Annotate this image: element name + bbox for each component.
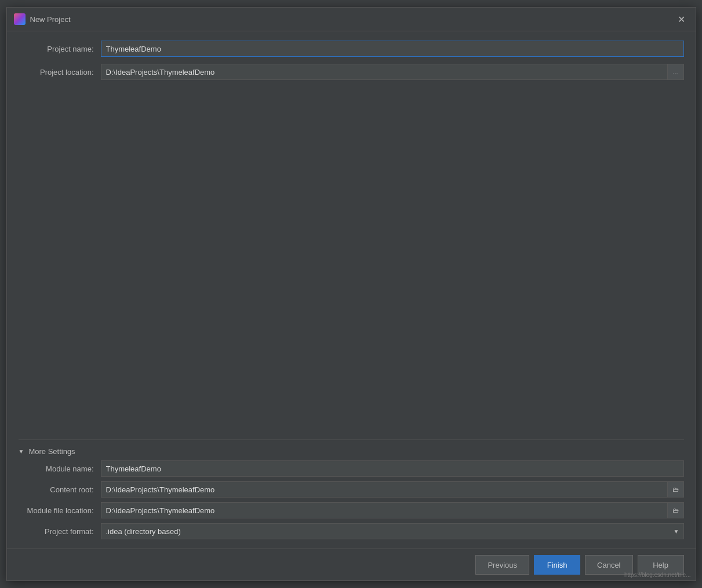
finish-button[interactable]: Finish bbox=[534, 555, 580, 575]
dialog-footer: Previous Finish Cancel Help bbox=[7, 549, 696, 580]
dialog-content: Project name: Project location: ... ▼ Mo… bbox=[7, 31, 696, 549]
more-settings-title: More Settings bbox=[28, 447, 75, 456]
module-file-location-browse-button[interactable]: 🗁 bbox=[668, 502, 684, 518]
project-format-row: Project format: .idea (directory based) … bbox=[19, 523, 684, 539]
content-root-field-group: 🗁 bbox=[101, 481, 684, 498]
app-icon bbox=[14, 13, 26, 25]
project-name-row: Project name: bbox=[19, 41, 684, 57]
project-name-label: Project name: bbox=[19, 45, 94, 53]
module-file-location-field-group: 🗁 bbox=[101, 502, 684, 518]
project-location-label: Project location: bbox=[19, 68, 94, 77]
project-location-field-group: ... bbox=[101, 64, 684, 80]
new-project-dialog: New Project ✕ Project name: Project loca… bbox=[6, 7, 696, 581]
content-root-browse-button[interactable]: 🗁 bbox=[668, 481, 684, 498]
project-format-select[interactable]: .idea (directory based) .ipr (file based… bbox=[101, 523, 684, 539]
module-name-input[interactable] bbox=[101, 460, 684, 477]
more-settings-header[interactable]: ▼ More Settings bbox=[19, 445, 684, 460]
module-file-location-row: Module file location: 🗁 bbox=[19, 502, 684, 518]
content-spacer bbox=[19, 87, 684, 433]
project-location-input[interactable] bbox=[101, 64, 668, 80]
module-file-location-input[interactable] bbox=[101, 502, 668, 518]
module-file-location-label: Module file location: bbox=[19, 506, 94, 515]
module-name-row: Module name: bbox=[19, 460, 684, 477]
project-name-input[interactable] bbox=[101, 41, 684, 57]
previous-button[interactable]: Previous bbox=[475, 555, 529, 575]
collapse-arrow-icon: ▼ bbox=[19, 448, 24, 455]
content-root-row: Content root: 🗁 bbox=[19, 481, 684, 498]
project-format-select-wrapper: .idea (directory based) .ipr (file based… bbox=[101, 523, 684, 539]
project-format-label: Project format: bbox=[19, 527, 94, 536]
project-location-browse-button[interactable]: ... bbox=[668, 64, 684, 80]
dialog-title: New Project bbox=[30, 15, 670, 24]
watermark: https://blog.csdn.net/trie... bbox=[624, 572, 691, 578]
project-location-row: Project location: ... bbox=[19, 64, 684, 80]
module-name-label: Module name: bbox=[19, 464, 94, 473]
dialog-overlay: New Project ✕ Project name: Project loca… bbox=[0, 0, 702, 588]
close-button[interactable]: ✕ bbox=[675, 12, 689, 26]
more-settings-section: ▼ More Settings Module name: Content roo… bbox=[19, 440, 684, 539]
content-root-label: Content root: bbox=[19, 485, 94, 494]
content-root-input[interactable] bbox=[101, 481, 668, 498]
title-bar: New Project ✕ bbox=[7, 8, 696, 31]
more-settings-content: Module name: Content root: 🗁 Module fil bbox=[19, 460, 684, 539]
